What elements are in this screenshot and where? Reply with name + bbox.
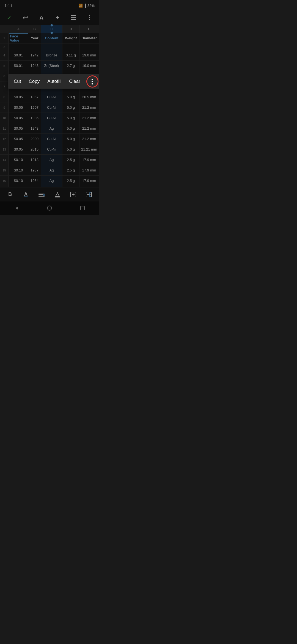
- more-options-button[interactable]: [86, 75, 98, 88]
- cut-button[interactable]: Cut: [10, 79, 25, 84]
- dot1: [92, 79, 93, 80]
- autofill-button[interactable]: Autofill: [43, 79, 65, 84]
- three-dots-icon: [92, 79, 93, 84]
- clear-button[interactable]: Clear: [65, 79, 84, 84]
- dot3: [92, 83, 93, 84]
- dot2: [92, 81, 93, 82]
- copy-button[interactable]: Copy: [25, 79, 43, 84]
- context-menu: Cut Copy Autofill Clear: [8, 74, 99, 89]
- context-menu-overlay: [0, 0, 99, 215]
